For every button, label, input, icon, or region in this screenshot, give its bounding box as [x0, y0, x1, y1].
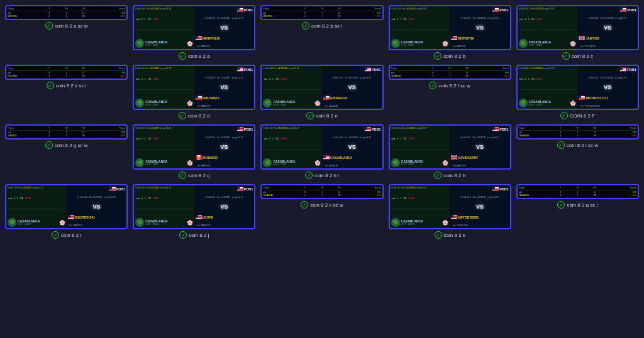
card-inner-5[interactable]: Player T TH TIE Result asd 8 1 11 WIN RO…	[5, 65, 128, 80]
card-text-8: coin 8 2 f sc w	[438, 83, 470, 89]
svg-rect-24	[620, 8, 623, 10]
card-inner-7[interactable]: lvl fall 104 Tier LEGEND p avg 61.87 asd…	[260, 65, 383, 110]
card-5: Player T TH TIE Result asd 8 1 11 WIN RO…	[5, 65, 128, 119]
check-icon-15: ✓	[52, 231, 59, 239]
card-inner-10[interactable]: Player T TH TIE Result asd 8 1 11 WIN JO…	[5, 124, 128, 139]
check-icon-0: ✓	[45, 22, 53, 30]
card-text-18: coin 8 2 k	[444, 232, 465, 238]
card-text-11: coin 8 2 g	[188, 173, 210, 178]
card-text-7: coin 8 2 e	[316, 113, 338, 119]
svg-rect-121	[492, 187, 495, 189]
card-8: Player T TH TIE Result asd 8 1 11 WIN CA…	[389, 65, 511, 119]
check-icon-12: ✓	[305, 172, 313, 179]
svg-rect-14	[492, 8, 495, 10]
card-grid: Player T TH TIE Result asd 8 1 11 WIN MI…	[5, 5, 639, 239]
svg-rect-13	[492, 11, 499, 11]
card-inner-6[interactable]: lvl fall 104 Tier LEGEND p avg 61.87 asd…	[133, 65, 255, 110]
card-9: lvl fall 104 Tier LEGEND p avg 61.87 asd…	[516, 65, 639, 119]
card-text-1: coin 8 2 a	[188, 53, 210, 59]
svg-rect-116	[196, 215, 198, 217]
card-inner-14[interactable]: Player T TH TIE Result asd 8 1 11 WIN CA…	[516, 124, 639, 139]
card-6: lvl fall 104 Tier LEGEND p avg 61.87 asd…	[133, 65, 255, 119]
card-label-1: ✓ coin 8 2 a	[179, 52, 210, 60]
card-label-9: ✓ COIN 8 2 F	[560, 112, 595, 119]
svg-rect-76	[365, 130, 371, 131]
check-icon-10: ✓	[45, 141, 53, 149]
card-text-4: coin 8 2 c	[572, 53, 593, 59]
svg-rect-126	[451, 215, 453, 217]
card-label-13: ✓ coin 8 2 h	[434, 172, 465, 179]
svg-rect-8	[196, 39, 202, 40]
card-inner-15[interactable]: lvl fall 104 Tier LEGEND p avg 61.87 asd…	[5, 184, 128, 229]
svg-rect-82	[323, 155, 326, 158]
check-icon-17: ✓	[301, 201, 308, 209]
svg-rect-62	[579, 99, 585, 99]
svg-rect-18	[451, 39, 457, 40]
card-2: Player T TH TIE Result asd 8 1 11 WIN MI…	[260, 5, 383, 60]
check-icon-2: ✓	[302, 22, 309, 30]
card-label-0: ✓ coin 8 2 a sc w	[45, 22, 88, 30]
card-16: lvl fall 104 Tier LEGEND p avg 61.87 asd…	[133, 184, 255, 239]
check-icon-11: ✓	[179, 172, 186, 179]
card-inner-13[interactable]: lvl fall 104 Tier LEGEND p avg 61.87 asd…	[389, 124, 511, 170]
card-label-17: ✓ coin 8 2 k sc w	[301, 201, 343, 209]
svg-rect-110	[237, 190, 243, 190]
svg-rect-9	[196, 36, 198, 38]
svg-rect-23	[620, 11, 626, 11]
check-icon-7: ✓	[306, 112, 314, 119]
card-4: lvl fall 104 Tier LEGEND p avg 61.87 asd…	[516, 5, 639, 60]
card-label-19: ✓ coin 8 3 a sc l	[557, 201, 597, 209]
check-icon-19: ✓	[557, 201, 565, 209]
card-text-10: coin 8 2 g sc w	[55, 143, 88, 148]
svg-rect-86	[492, 130, 499, 131]
card-text-14: coin 8 2 i sc w	[567, 143, 598, 148]
check-icon-14: ✓	[557, 141, 565, 149]
card-inner-1[interactable]: lvl fall 104 Tier LEGEND p avg 61.87 asd…	[133, 5, 255, 50]
svg-rect-67	[237, 130, 243, 131]
card-12: lvl fall 104 Tier LEGEND p avg 61.87 asd…	[260, 124, 383, 179]
card-inner-3[interactable]: lvl fall 104 Tier LEGEND p avg 61.87 asd…	[389, 5, 511, 50]
card-inner-0[interactable]: Player T TH TIE Result asd 8 1 11 WIN MI…	[5, 5, 128, 20]
card-label-2: ✓ coin 8 2 b sc l	[302, 22, 342, 30]
card-label-18: ✓ coin 8 2 k	[435, 231, 465, 239]
svg-rect-68	[237, 127, 240, 129]
svg-rect-38	[237, 67, 240, 70]
card-inner-4[interactable]: lvl fall 104 Tier LEGEND p avg 61.87 asd…	[516, 5, 639, 50]
card-inner-18[interactable]: lvl fall 104 Tier LEGEND p avg 61.87 asd…	[389, 184, 511, 229]
card-15: lvl fall 104 Tier LEGEND p avg 61.87 asd…	[5, 184, 128, 239]
card-1: lvl fall 104 Tier LEGEND p avg 61.87 asd…	[133, 5, 255, 60]
card-text-13: coin 8 2 h	[443, 173, 465, 178]
check-icon-1: ✓	[179, 52, 186, 60]
card-inner-16[interactable]: lvl fall 104 Tier LEGEND p avg 61.87 asd…	[133, 184, 255, 229]
card-14: Player T TH TIE Result asd 8 1 11 WIN CA…	[516, 124, 639, 179]
card-text-17: coin 8 2 k sc w	[310, 202, 343, 208]
card-inner-12[interactable]: lvl fall 104 Tier LEGEND p avg 61.87 asd…	[260, 124, 383, 170]
card-19: Player T TH TIE Result asd 8 1 11 WIN CA…	[516, 184, 639, 239]
check-icon-18: ✓	[435, 231, 442, 239]
card-inner-19[interactable]: Player T TH TIE Result asd 8 1 11 WIN CA…	[516, 184, 639, 199]
card-inner-9[interactable]: lvl fall 104 Tier LEGEND p avg 61.87 asd…	[516, 65, 639, 110]
card-11: lvl fall 104 Tier LEGEND p avg 61.87 asd…	[133, 124, 255, 179]
card-label-8: ✓ coin 8 2 f sc w	[429, 82, 470, 89]
svg-rect-57	[620, 70, 626, 71]
card-3: lvl fall 104 Tier LEGEND p avg 61.87 asd…	[389, 5, 511, 60]
svg-rect-19	[451, 36, 453, 38]
check-icon-4: ✓	[562, 52, 570, 60]
card-label-15: ✓ coin 8 2 i	[52, 231, 81, 239]
svg-rect-42	[196, 99, 202, 99]
svg-rect-52	[323, 99, 330, 99]
card-inner-2[interactable]: Player T TH TIE Result asd 8 1 11 WIN MI…	[260, 5, 383, 20]
card-text-3: coin 8 2 b	[443, 53, 465, 59]
card-13: lvl fall 104 Tier LEGEND p avg 61.87 asd…	[389, 124, 511, 179]
card-inner-17[interactable]: Player T TH TIE Result asd 8 1 11 WIN CA…	[260, 184, 383, 199]
card-inner-11[interactable]: lvl fall 104 Tier LEGEND p avg 61.87 asd…	[133, 124, 255, 170]
card-text-0: coin 8 2 a sc w	[55, 23, 88, 29]
card-7: lvl fall 104 Tier LEGEND p avg 61.87 asd…	[260, 65, 383, 119]
svg-rect-4	[237, 8, 240, 10]
svg-rect-77	[365, 127, 367, 129]
card-10: Player T TH TIE Result asd 8 1 11 WIN JO…	[5, 124, 128, 179]
svg-rect-87	[492, 127, 495, 129]
svg-text:🍁: 🍁	[197, 156, 201, 160]
card-inner-8[interactable]: Player T TH TIE Result asd 8 1 11 WIN CA…	[389, 65, 511, 80]
card-text-9: COIN 8 2 F	[570, 113, 595, 119]
